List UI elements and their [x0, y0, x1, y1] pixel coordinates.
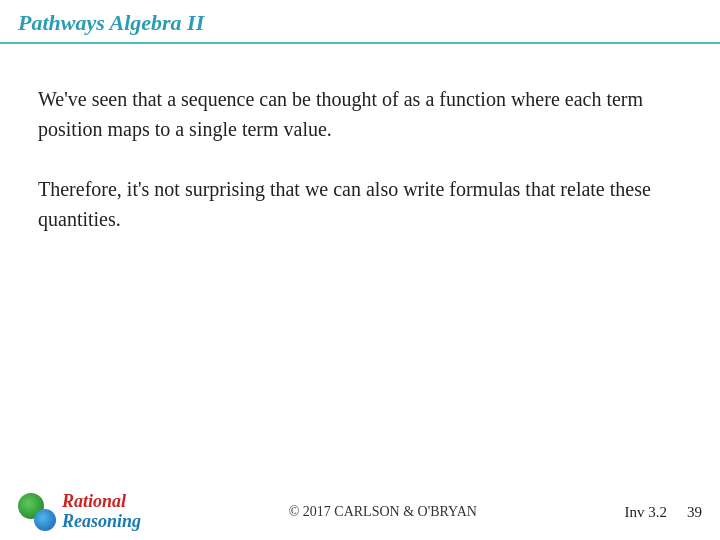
logo-text: Rational Reasoning	[62, 492, 141, 532]
footer-inv-label: Inv 3.2	[625, 504, 668, 521]
footer-copyright: © 2017 CARLSON & O'BRYAN	[141, 504, 624, 520]
page-header: Pathways Algebra II	[0, 0, 720, 44]
footer-info: Inv 3.2 39	[625, 504, 703, 521]
main-content: We've seen that a sequence can be though…	[0, 44, 720, 284]
logo-circle-blue	[34, 509, 56, 531]
page-footer: Rational Reasoning © 2017 CARLSON & O'BR…	[0, 484, 720, 540]
logo-circles	[18, 493, 56, 531]
logo: Rational Reasoning	[18, 492, 141, 532]
footer-page-number: 39	[687, 504, 702, 521]
paragraph-1: We've seen that a sequence can be though…	[38, 84, 682, 144]
page-title: Pathways Algebra II	[18, 10, 204, 35]
logo-line-1: Rational	[62, 492, 141, 512]
logo-line-2: Reasoning	[62, 512, 141, 532]
paragraph-2: Therefore, it's not surprising that we c…	[38, 174, 682, 234]
